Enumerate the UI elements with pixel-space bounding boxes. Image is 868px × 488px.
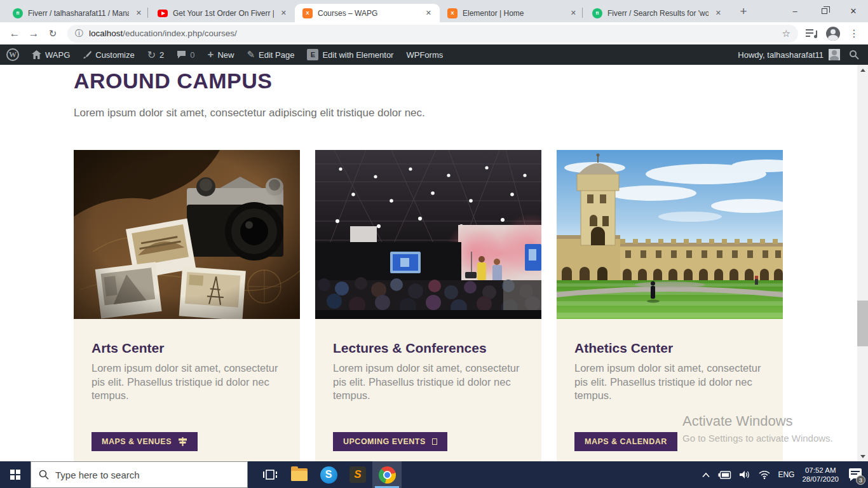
xampp-icon: X [447,8,458,18]
search-icon [39,470,49,480]
page-subtitle: Lorem ipsum dolor sit amet, consectetur … [74,107,425,119]
url-host: localhost [89,29,123,38]
tab-title: Courses – WAPG [318,9,419,18]
admin-search-icon[interactable] [849,50,859,60]
tab-divider [147,8,148,18]
reload-icon[interactable]: ↻ [43,28,62,39]
search-placeholder: Type here to search [55,470,140,480]
task-view-button[interactable] [255,461,285,488]
home-icon [32,50,41,59]
account-menu[interactable]: Howdy, talhasharafat11 [738,49,868,60]
tab-fiverr-manage[interactable]: fi Fiverr / talhasharafat11 / Mana ✕ [5,4,150,22]
tab-divider [582,8,583,18]
skype-button[interactable]: S [314,461,343,488]
start-button[interactable] [0,461,31,488]
edit-with-elementor-menu[interactable]: E Edit with Elementor [301,44,400,65]
profile-avatar[interactable] [826,27,840,41]
tab-close-icon[interactable]: ✕ [424,8,433,18]
tab-close-icon[interactable]: ✕ [134,8,144,18]
new-content-menu[interactable]: + New [201,44,241,65]
taskbar-search[interactable]: Type here to search [31,461,248,488]
battery-icon[interactable] [718,471,732,479]
tab-youtube-fiverr[interactable]: Get Your 1st Order On Fiverr | ✕ [150,4,295,22]
watermark-line2: Go to Settings to activate Windows. [682,433,833,444]
toolbar-right: ⋮ [806,27,859,41]
page-scrollbar[interactable] [857,65,868,461]
updates-count: 2 [159,50,164,60]
arts-center-image [74,150,300,319]
card-title: Lectures & Conferences [333,341,524,356]
person-far [755,276,758,285]
campus-cards-row: Arts Center Lorem ipsum dolor sit amet, … [74,150,783,461]
card-text: Lorem ipsum dolor sit amet, consectetur … [574,362,765,403]
restore-icon [822,8,827,14]
chrome-button[interactable] [372,461,402,488]
scrollbar-thumb[interactable] [857,301,868,346]
forward-icon[interactable]: → [24,27,43,40]
menu-dots-icon[interactable]: ⋮ [849,27,859,39]
tab-elementor-home[interactable]: X Elementor | Home ✕ [440,4,585,22]
wp-admin-bar: W WAPG Customize ↻ 2 0 + New [0,44,868,65]
tab-title: Fiverr / talhasharafat11 / Mana [28,9,129,18]
url-text[interactable]: localhost/education/index.php/courses/ [89,29,237,38]
back-icon[interactable]: ← [5,27,24,40]
skype-icon: S [320,466,337,484]
taskbar-apps: S S [255,461,402,488]
comments-menu[interactable]: 0 [170,44,201,65]
sublime-text-button[interactable]: S [343,461,372,488]
language-indicator[interactable]: ENG [778,470,794,479]
customize-menu[interactable]: Customize [76,44,140,65]
missing-glyph-icon [432,438,437,445]
action-center-button[interactable]: 3 [846,467,863,482]
system-tray: ENG 07:52 AM 28/07/2020 3 [702,461,868,488]
taskbar-clock[interactable]: 07:52 AM 28/07/2020 [802,466,839,484]
tray-chevron-icon[interactable] [702,472,710,478]
edit-page-label: Edit Page [259,50,294,60]
plus-icon: + [208,48,214,61]
site-info-icon[interactable]: ⓘ [75,28,83,39]
button-label: MAPS & CALENDAR [585,437,667,446]
restore-button[interactable] [810,0,839,22]
card-text: Lorem ipsum dolor sit amet, consectetur … [92,362,282,403]
site-menu-wapg[interactable]: WAPG [25,44,76,65]
youtube-icon [158,10,168,17]
tab-courses-wapg-active[interactable]: X Courses – WAPG ✕ [295,4,440,22]
scrollbar-up-icon[interactable] [857,65,868,75]
file-explorer-button[interactable] [285,461,314,488]
updates-menu[interactable]: ↻ 2 [141,44,171,65]
close-button[interactable]: ✕ [839,0,868,22]
wp-logo-menu[interactable]: W [0,44,25,65]
signpost-icon [178,437,187,446]
maps-venues-button[interactable]: MAPS & VENUES [92,432,198,451]
bookmark-star-icon[interactable]: ☆ [782,28,790,39]
speaker-icon[interactable] [740,470,751,479]
tab-close-icon[interactable]: ✕ [279,8,288,18]
tab-fiverr-search[interactable]: fi Fiverr / Search Results for 'wor ✕ [585,4,729,22]
playlist-icon[interactable] [806,29,817,38]
pencil-icon: ✎ [247,49,255,60]
main-building [617,239,783,282]
tab-close-icon[interactable]: ✕ [569,8,578,18]
upcoming-events-button[interactable]: UPCOMING EVENTS [333,432,447,451]
tab-close-icon[interactable]: ✕ [714,8,723,18]
wpforms-label: WPForms [406,50,443,60]
minimize-button[interactable]: – [780,0,810,22]
browser-tab-strip: fi Fiverr / talhasharafat11 / Mana ✕ Get… [0,0,868,22]
fiverr-icon: fi [13,8,23,18]
wifi-icon[interactable] [759,471,770,479]
browser-toolbar: ← → ↻ ⓘ localhost/education/index.php/co… [0,22,868,44]
scrollbar-down-icon[interactable] [857,451,868,461]
fiverr-icon: fi [592,8,602,18]
user-avatar [829,49,840,60]
projector-screen [390,252,421,273]
comments-count: 0 [190,50,194,60]
wpforms-menu[interactable]: WPForms [400,44,449,65]
maps-calendar-button[interactable]: MAPS & CALENDAR [574,432,677,451]
updates-icon: ↻ [147,49,156,61]
howdy-text: Howdy, talhasharafat11 [738,50,824,60]
customize-label: Customize [95,50,134,60]
new-tab-button[interactable]: + [735,3,752,21]
address-bar[interactable]: ⓘ localhost/education/index.php/courses/… [67,25,798,43]
brush-icon [83,50,92,59]
edit-page-menu[interactable]: ✎ Edit Page [241,44,301,65]
